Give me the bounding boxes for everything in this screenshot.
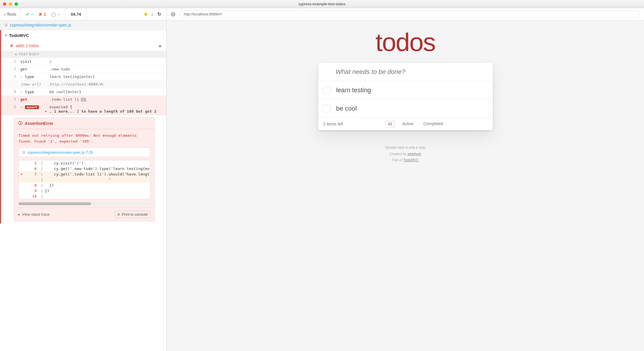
code-line: 5| cy.visit('/') — [19, 160, 150, 166]
app-title: todos — [167, 27, 644, 57]
status-dot-icon — [144, 13, 147, 16]
toggle-complete-checkbox[interactable] — [322, 86, 331, 95]
pending-count: ◯ -- — [51, 12, 60, 17]
todo-item[interactable]: be cool — [318, 100, 493, 118]
svg-point-0 — [171, 13, 175, 16]
author-link[interactable]: petehunt — [408, 152, 421, 156]
run-duration: 04.74 — [65, 8, 86, 20]
suite: ▾ TodoMVC ✘ adds 2 todos ▲ ▾ TEST BODY 1… — [0, 30, 166, 224]
reporter-toolbar: ‹ Tests ✔ -- ✘ 1 ◯ -- 04.74 — [0, 8, 166, 20]
items-left-count: 2 items left — [323, 122, 343, 126]
info-line: Double-click to edit a todo — [167, 145, 644, 151]
x-icon: ✘ — [10, 43, 13, 48]
chevron-left-icon: ‹ — [4, 12, 6, 17]
spec-path: cypress/integration/smoke-spec.js — [10, 23, 71, 27]
code-line: 6| cy.get('.new-todo').type('learn testi… — [19, 166, 150, 171]
terminal-icon: ⎚ — [118, 212, 120, 217]
todo-item[interactable]: learn testing — [318, 81, 493, 100]
selector-playground-icon[interactable] — [171, 12, 175, 17]
circle-icon: ◯ — [51, 12, 56, 17]
passed-count: ✔ -- — [26, 12, 33, 17]
command-row[interactable]: 3- typelearn testing{enter} — [1, 73, 166, 81]
traffic-lights — [3, 2, 18, 6]
command-row[interactable]: 2get.new-todo — [1, 65, 166, 73]
close-window-button[interactable] — [3, 2, 6, 6]
suite-title[interactable]: ▾ TodoMVC — [1, 30, 166, 41]
svg-point-1 — [172, 13, 174, 15]
window-title: cypress-example-test-status — [298, 2, 346, 6]
todoapp: learn testingbe cool 2 items left All Ac… — [318, 63, 493, 130]
file-icon: 🗎 — [4, 23, 8, 27]
test-name: adds 2 todos — [16, 43, 39, 48]
aut-toolbar: http://localhost:8888/#/ — [167, 8, 644, 20]
aut-panel: http://localhost:8888/#/ todos learn tes… — [167, 8, 644, 351]
todo-label: learn testing — [336, 86, 371, 94]
test-body-header: ▾ TEST BODY — [1, 51, 166, 58]
command-row[interactable]: 5get.todo-list li2 — [1, 96, 166, 103]
check-icon: ✔ — [26, 12, 29, 17]
caret-down-icon: ▾ — [5, 34, 7, 37]
info-line: Created by petehunt — [167, 151, 644, 157]
error-file-link[interactable]: 🗎 cypress/integration/smoke-spec.js:7:29 — [18, 148, 150, 157]
maximize-window-button[interactable] — [15, 2, 18, 6]
code-line: | ^ — [19, 177, 150, 182]
filter-group: All Active Completed — [343, 121, 487, 127]
error-message: Timed out retrying after 4000ms: Not eno… — [14, 129, 154, 148]
code-line: 9|}) — [19, 188, 150, 194]
todomvc-link[interactable]: TodoMVC — [403, 158, 419, 162]
error-footer: ▸ View stack trace ⎚ Print to console — [14, 208, 154, 221]
toggle-complete-checkbox[interactable] — [322, 104, 331, 113]
scroll-icon[interactable]: ↕ — [151, 12, 154, 17]
error-header: ⓘ AssertionError — [14, 118, 154, 129]
application-frame: todos learn testingbe cool 2 items left … — [167, 20, 644, 351]
warning-icon: ▲ — [158, 43, 162, 48]
chevron-right-icon: ▸ — [18, 212, 20, 217]
test-title-row[interactable]: ✘ adds 2 todos ▲ — [1, 41, 166, 51]
view-stack-trace-button[interactable]: ▸ View stack trace — [18, 211, 49, 218]
back-label: Tests — [7, 12, 16, 17]
file-icon: 🗎 — [22, 150, 26, 155]
code-line: >7| cy.get('.todo-list li').should('have… — [19, 171, 150, 177]
code-frame: 5| cy.visit('/') 6| cy.get('.new-todo').… — [18, 160, 150, 199]
window-titlebar: cypress-example-test-status — [0, 0, 644, 8]
command-row[interactable]: 1visit/ — [1, 58, 166, 65]
info-line: Part of TodoMVC — [167, 157, 644, 164]
run-stats: ✔ -- ✘ 1 ◯ -- — [21, 8, 65, 20]
command-row[interactable]: (new url)http://localhost:8888/#/ — [1, 81, 166, 88]
aut-url-bar[interactable]: http://localhost:8888/#/ — [179, 10, 640, 18]
failed-count: ✘ 1 — [39, 12, 46, 17]
reporter-panel: ‹ Tests ✔ -- ✘ 1 ◯ -- 04.74 — [0, 8, 167, 351]
print-to-console-button[interactable]: ⎚ Print to console — [115, 211, 150, 218]
spec-file-header[interactable]: 🗎 cypress/integration/smoke-spec.js — [0, 20, 166, 30]
command-log: 1visit/2get.new-todo3- typelearn testing… — [1, 58, 166, 115]
filter-active[interactable]: Active — [400, 121, 416, 127]
new-todo-input[interactable] — [318, 63, 493, 81]
todo-label: be cool — [336, 105, 357, 112]
caret-down-icon: ▾ — [15, 53, 17, 56]
error-icon: ⓘ — [18, 121, 22, 126]
minimize-window-button[interactable] — [9, 2, 12, 6]
rerun-icon[interactable]: ↻ — [157, 11, 161, 17]
command-row[interactable]: 4- typebe cool{enter} — [1, 88, 166, 96]
filter-all[interactable]: All — [385, 121, 395, 127]
back-to-tests-button[interactable]: ‹ Tests — [0, 8, 21, 20]
x-icon: ✘ — [39, 12, 42, 17]
horizontal-scrollbar[interactable] — [18, 202, 150, 205]
error-box: ⓘ AssertionError Timed out retrying afte… — [14, 118, 155, 221]
code-line: 10| — [19, 194, 150, 199]
todo-footer: 2 items left All Active Completed — [318, 118, 493, 130]
app-info: Double-click to edit a todo Created by p… — [167, 145, 644, 164]
filter-completed[interactable]: Completed — [421, 121, 445, 127]
todo-list: learn testingbe cool — [318, 81, 493, 118]
code-line: 8| }) — [19, 182, 150, 188]
command-row[interactable]: 6- assertexpected [ , 1 more... ] to hav… — [1, 103, 166, 115]
